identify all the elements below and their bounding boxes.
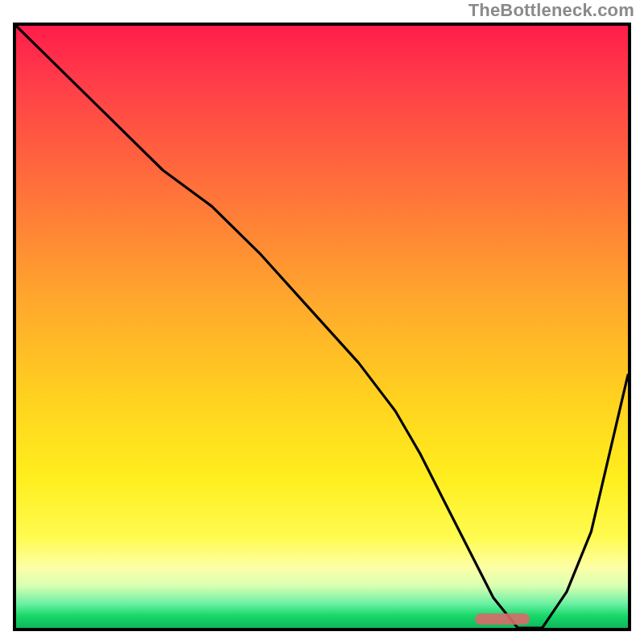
bottleneck-curve xyxy=(16,26,628,628)
plot-frame xyxy=(13,23,631,631)
chart-container: TheBottleneck.com xyxy=(0,0,644,644)
watermark-text: TheBottleneck.com xyxy=(469,0,634,21)
optimal-range-marker xyxy=(475,613,530,625)
